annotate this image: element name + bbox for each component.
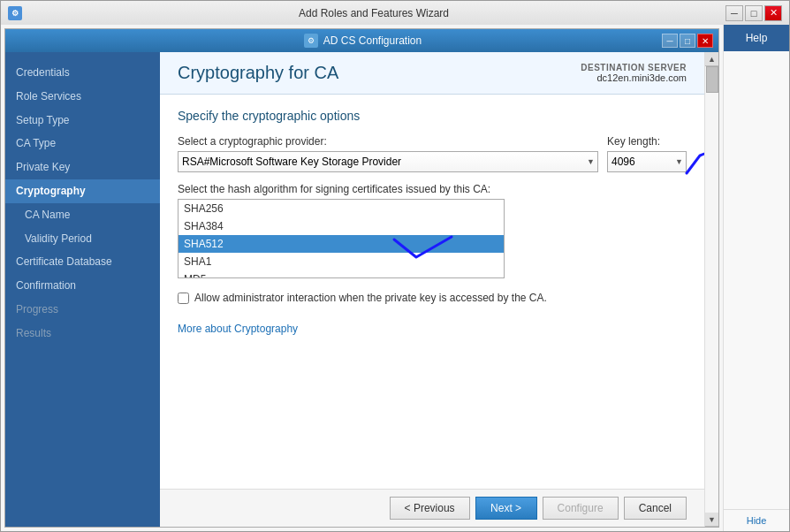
outer-close-btn[interactable]: ✕ [764, 5, 782, 21]
hide-button[interactable]: Hide [724, 509, 789, 531]
sidebar-item-cryptography[interactable]: Cryptography [5, 179, 160, 203]
sidebar-item-role-services[interactable]: Role Services [5, 85, 160, 109]
outer-minimize-btn[interactable]: ─ [725, 5, 743, 21]
link-section: More about Cryptography [178, 322, 687, 335]
page-title: Cryptography for CA [178, 63, 338, 83]
content-main: Specify the cryptographic options Select… [160, 95, 704, 489]
sidebar-item-ca-name[interactable]: CA Name [5, 203, 160, 227]
right-panel: Help Hide [723, 25, 789, 531]
hash-listbox[interactable]: SHA256 SHA384 SHA512 SHA1 MD5 [178, 199, 505, 278]
inner-minimize-btn[interactable]: ─ [662, 34, 678, 48]
outer-win-controls: ─ □ ✕ [725, 5, 782, 21]
destination-server: DESTINATION SERVER dc12en.mini3de.com [581, 63, 687, 83]
help-header: Help [724, 25, 789, 51]
sidebar-item-private-key[interactable]: Private Key [5, 156, 160, 179]
sidebar-item-validity-period[interactable]: Validity Period [5, 227, 160, 251]
section-title: Specify the cryptographic options [178, 109, 687, 123]
sidebar-item-confirmation[interactable]: Confirmation [5, 274, 160, 298]
sidebar: Credentials Role Services Setup Type CA … [5, 52, 160, 527]
inner-app-icon: ⚙ [304, 34, 318, 48]
hash-item-md5[interactable]: MD5 [179, 270, 504, 278]
destination-label: DESTINATION SERVER [581, 63, 687, 72]
inner-window-title: AD CS Configuration [323, 34, 422, 47]
hash-item-sha256[interactable]: SHA256 [179, 200, 504, 217]
sidebar-item-progress: Progress [5, 298, 160, 322]
outer-app-icon: ⚙ [8, 6, 22, 20]
inner-titlebar: ⚙ AD CS Configuration ─ □ ✕ [5, 29, 718, 52]
sidebar-item-setup-type[interactable]: Setup Type [5, 109, 160, 133]
hash-label: Select the hash algorithm for signing ce… [178, 183, 687, 195]
scroll-track [705, 66, 718, 513]
admin-interaction-row: Allow administrator interaction when the… [178, 292, 687, 304]
sidebar-item-certificate-database[interactable]: Certificate Database [5, 250, 160, 274]
hash-item-sha384[interactable]: SHA384 [179, 217, 504, 235]
content-header: Cryptography for CA DESTINATION SERVER d… [160, 52, 704, 95]
inner-maximize-btn[interactable]: □ [680, 34, 695, 48]
key-length-select[interactable]: 1024 2048 4096 [607, 151, 687, 172]
admin-interaction-label: Allow administrator interaction when the… [194, 292, 547, 304]
scroll-thumb[interactable] [706, 66, 718, 93]
scroll-down-arrow[interactable]: ▼ [705, 513, 718, 527]
sidebar-item-ca-type[interactable]: CA Type [5, 132, 160, 156]
previous-button[interactable]: < Previous [390, 497, 470, 520]
key-length-label: Key length: [607, 135, 687, 148]
configure-button[interactable]: Configure [543, 497, 619, 520]
footer: < Previous Next > Configure Cancel [160, 489, 704, 527]
provider-select[interactable]: RSA#Microsoft Software Key Storage Provi… [178, 151, 598, 172]
next-button[interactable]: Next > [475, 497, 537, 520]
outer-maximize-btn[interactable]: □ [745, 5, 763, 21]
provider-label: Select a cryptographic provider: [178, 135, 598, 148]
destination-value: dc12en.mini3de.com [581, 72, 687, 83]
sidebar-item-credentials[interactable]: Credentials [5, 61, 160, 85]
scroll-up-arrow[interactable]: ▲ [705, 52, 718, 66]
outer-titlebar: ⚙ Add Roles and Features Wizard ─ □ ✕ [0, 0, 790, 25]
inner-close-btn[interactable]: ✕ [697, 34, 713, 48]
more-about-cryptography-link[interactable]: More about Cryptography [178, 323, 298, 335]
content-scrollbar[interactable]: ▲ ▼ [704, 52, 718, 527]
outer-window-title: Add Roles and Features Wizard [22, 7, 725, 19]
hash-item-sha512[interactable]: SHA512 [179, 235, 504, 253]
sidebar-item-results: Results [5, 322, 160, 346]
admin-interaction-checkbox[interactable] [178, 293, 189, 304]
hash-item-sha1[interactable]: SHA1 [179, 253, 504, 270]
cancel-button[interactable]: Cancel [624, 497, 687, 520]
